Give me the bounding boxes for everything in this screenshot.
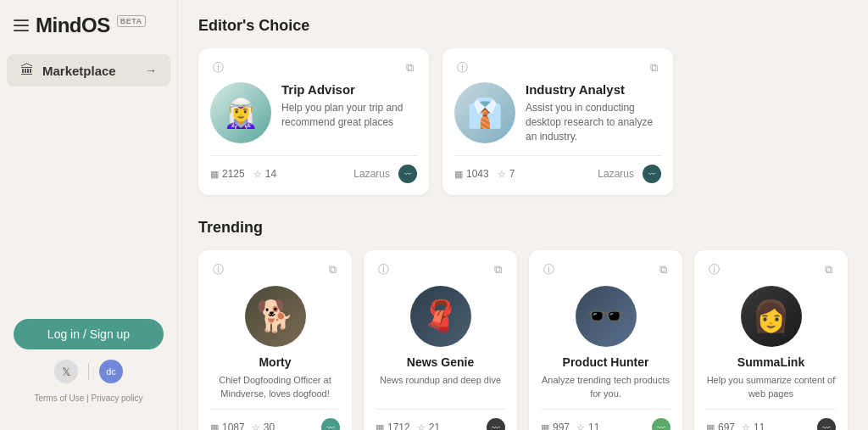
industry-stars: ☆ 7 bbox=[498, 168, 515, 180]
summa-badge: 〰 bbox=[817, 418, 836, 430]
industry-analyst-info: Industry Analyst Assist you in conductin… bbox=[526, 82, 661, 143]
news-link-icon[interactable]: ⧉ bbox=[490, 262, 505, 277]
news-genie-avatar: 🧣 bbox=[410, 286, 471, 347]
social-divider bbox=[88, 363, 89, 380]
product-hunter-name: Product Hunter bbox=[563, 355, 649, 369]
morty-stars: ☆ 30 bbox=[252, 422, 275, 430]
news-genie-name: News Genie bbox=[407, 355, 474, 369]
twitter-icon[interactable]: 𝕏 bbox=[54, 360, 78, 383]
card-summalink[interactable]: ⓘ ⧉ 👩 SummaLink Help you summarize conte… bbox=[694, 250, 848, 430]
product-badge: 〰 bbox=[652, 418, 670, 430]
sidebar-item-marketplace[interactable]: 🏛 Marketplace → bbox=[7, 54, 170, 87]
card-product-hunter[interactable]: ⓘ ⧉ 🕶️ Product Hunter Analyze trending t… bbox=[529, 250, 682, 430]
summa-footer: ▦ 697 ☆ 11 〰 bbox=[706, 409, 836, 430]
trip-creator: Lazarus bbox=[353, 168, 390, 180]
editors-choice-grid: ⓘ ⧉ 🧝‍♀️ Trip Advisor Help you plan your… bbox=[198, 48, 673, 195]
news-info-icon[interactable]: ⓘ bbox=[376, 262, 391, 277]
sidebar-bottom: Log in / Sign up 𝕏 dc Terms of Use | Pri… bbox=[0, 305, 177, 416]
card-body: 🧝‍♀️ Trip Advisor Help you plan your tri… bbox=[210, 82, 417, 143]
summa-views: ▦ 697 bbox=[706, 422, 735, 430]
editors-choice-title: Editor's Choice bbox=[198, 17, 848, 35]
morty-avatar: 🐕 bbox=[245, 286, 306, 347]
beta-badge: BETA bbox=[117, 15, 146, 27]
morty-top-icons: ⓘ ⧉ bbox=[210, 262, 340, 277]
industry-analyst-name: Industry Analyst bbox=[526, 82, 661, 97]
summa-link-icon[interactable]: ⧉ bbox=[821, 262, 836, 277]
morty-name: Morty bbox=[259, 355, 291, 369]
trending-title: Trending bbox=[198, 219, 848, 237]
summa-star-icon: ☆ bbox=[742, 422, 750, 430]
morty-badge: 〰 bbox=[321, 418, 340, 430]
morty-desc: Chief Dogfooding Officer at Mindverse, l… bbox=[210, 374, 340, 400]
summa-top-icons: ⓘ ⧉ bbox=[706, 262, 836, 277]
trending-grid: ⓘ ⧉ 🐕 Morty Chief Dogfooding Officer at … bbox=[198, 250, 848, 430]
product-footer: ▦ 997 ☆ 11 〰 bbox=[541, 409, 670, 430]
info-icon-2[interactable]: ⓘ bbox=[454, 60, 470, 75]
card-industry-analyst[interactable]: ⓘ ⧉ 👔 Industry Analyst Assist you in con… bbox=[442, 48, 673, 195]
trip-creator-avatar: 〰 bbox=[398, 165, 417, 183]
card-body-2: 👔 Industry Analyst Assist you in conduct… bbox=[454, 82, 661, 143]
morty-info-icon[interactable]: ⓘ bbox=[210, 262, 225, 277]
product-views-icon: ▦ bbox=[541, 422, 549, 430]
industry-views: ▦ 1043 bbox=[454, 168, 489, 180]
trip-advisor-info: Trip Advisor Help you plan your trip and… bbox=[281, 82, 417, 130]
card-morty[interactable]: ⓘ ⧉ 🐕 Morty Chief Dogfooding Officer at … bbox=[198, 250, 352, 430]
marketplace-icon: 🏛 bbox=[20, 63, 34, 78]
social-links: 𝕏 dc bbox=[14, 360, 164, 383]
sidebar-nav: 🏛 Marketplace → bbox=[0, 54, 177, 87]
trip-stars: ☆ 14 bbox=[253, 168, 276, 180]
star-icon-2: ☆ bbox=[498, 169, 506, 180]
news-badge: 〰 bbox=[487, 418, 505, 430]
news-star-icon: ☆ bbox=[417, 422, 426, 430]
morty-link-icon[interactable]: ⧉ bbox=[325, 262, 340, 277]
marketplace-label: Marketplace bbox=[42, 64, 116, 78]
product-hunter-avatar: 🕶️ bbox=[576, 286, 637, 347]
terms-text: Terms of Use | Privacy policy bbox=[14, 394, 164, 403]
views-icon-2: ▦ bbox=[454, 169, 463, 180]
logo-area: MindOS BETA bbox=[0, 14, 177, 54]
morty-views: ▦ 1087 bbox=[210, 422, 245, 430]
industry-analyst-desc: Assist you in conducting desktop researc… bbox=[526, 101, 661, 143]
news-top-icons: ⓘ ⧉ bbox=[376, 262, 505, 277]
discord-icon[interactable]: dc bbox=[99, 360, 123, 383]
industry-analyst-footer: ▦ 1043 ☆ 7 Lazarus 〰 bbox=[454, 155, 661, 183]
card-trip-advisor[interactable]: ⓘ ⧉ 🧝‍♀️ Trip Advisor Help you plan your… bbox=[198, 48, 429, 195]
card-top-icons-2: ⓘ ⧉ bbox=[454, 60, 661, 75]
product-hunter-desc: Analyze trending tech products for you. bbox=[541, 374, 670, 400]
news-views-icon: ▦ bbox=[376, 422, 384, 430]
trip-advisor-footer: ▦ 2125 ☆ 14 Lazarus 〰 bbox=[210, 155, 417, 183]
product-top-icons: ⓘ ⧉ bbox=[541, 262, 670, 277]
star-icon: ☆ bbox=[253, 169, 262, 180]
sidebar: MindOS BETA 🏛 Marketplace → Log in / Sig… bbox=[0, 0, 178, 430]
trip-advisor-desc: Help you plan your trip and recommend gr… bbox=[281, 101, 417, 130]
morty-star-icon: ☆ bbox=[252, 422, 260, 430]
trip-views: ▦ 2125 bbox=[210, 168, 245, 180]
main-content: Editor's Choice ⓘ ⧉ 🧝‍♀️ Trip Advisor He… bbox=[178, 0, 868, 430]
product-views: ▦ 997 bbox=[541, 422, 570, 430]
product-link-icon[interactable]: ⧉ bbox=[655, 262, 670, 277]
product-stars: ☆ 11 bbox=[576, 422, 599, 430]
info-icon[interactable]: ⓘ bbox=[210, 60, 225, 75]
link-icon-2[interactable]: ⧉ bbox=[646, 60, 661, 75]
morty-views-icon: ▦ bbox=[210, 422, 219, 430]
news-views: ▦ 1712 bbox=[376, 422, 410, 430]
logo-text: MindOS bbox=[36, 14, 110, 37]
news-stars: ☆ 21 bbox=[417, 422, 440, 430]
trip-advisor-name: Trip Advisor bbox=[281, 82, 417, 97]
link-icon[interactable]: ⧉ bbox=[402, 60, 417, 75]
industry-analyst-avatar: 👔 bbox=[454, 82, 515, 143]
marketplace-arrow: → bbox=[145, 64, 157, 77]
industry-creator-avatar: 〰 bbox=[643, 165, 661, 183]
summalink-desc: Help you summarize content of web pages bbox=[706, 374, 836, 400]
summalink-name: SummaLink bbox=[737, 355, 804, 369]
card-news-genie[interactable]: ⓘ ⧉ 🧣 News Genie News roundup and deep d… bbox=[364, 250, 517, 430]
hamburger-icon[interactable] bbox=[14, 20, 29, 31]
morty-footer: ▦ 1087 ☆ 30 〰 bbox=[210, 409, 340, 430]
summa-info-icon[interactable]: ⓘ bbox=[706, 262, 721, 277]
news-genie-desc: News roundup and deep dive bbox=[380, 374, 501, 387]
summa-stars: ☆ 11 bbox=[742, 422, 765, 430]
login-button[interactable]: Log in / Sign up bbox=[14, 319, 164, 349]
product-info-icon[interactable]: ⓘ bbox=[541, 262, 556, 277]
views-icon: ▦ bbox=[210, 169, 219, 180]
trip-advisor-avatar: 🧝‍♀️ bbox=[210, 82, 271, 143]
